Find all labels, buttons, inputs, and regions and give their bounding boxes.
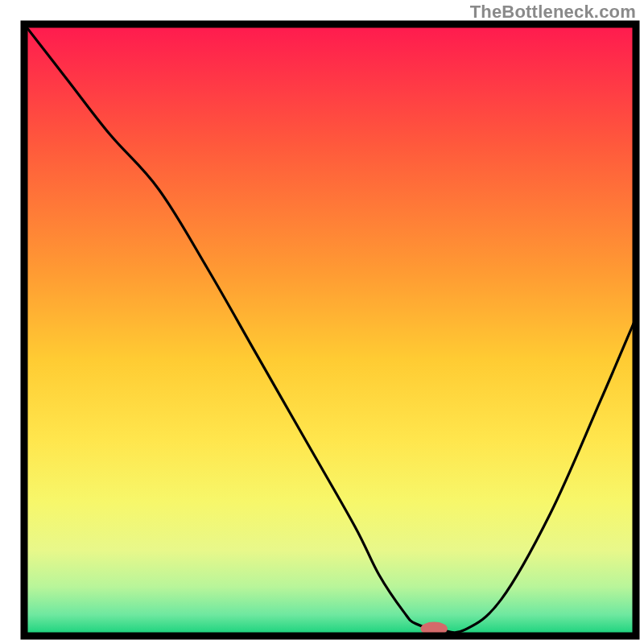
chart-container: TheBottleneck.com [0, 0, 644, 644]
watermark-text: TheBottleneck.com [470, 2, 636, 23]
bottleneck-chart [0, 0, 644, 644]
gradient-background [24, 24, 636, 636]
